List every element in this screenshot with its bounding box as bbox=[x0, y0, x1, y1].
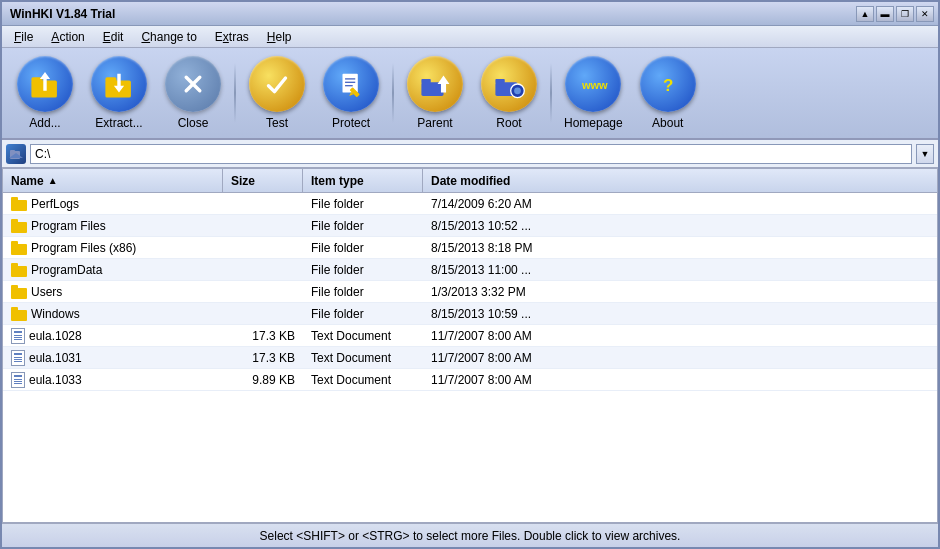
file-name: eula.1031 bbox=[29, 351, 82, 365]
file-type-cell: Text Document bbox=[303, 329, 423, 343]
file-header: Name ▲ Size Item type Date modified bbox=[3, 169, 937, 193]
col-name[interactable]: Name ▲ bbox=[3, 169, 223, 192]
svg-rect-18 bbox=[495, 79, 504, 83]
status-text: Select <SHIFT> or <STRG> to select more … bbox=[260, 529, 681, 543]
content-area: Name ▲ Size Item type Date modified Perf… bbox=[2, 168, 938, 523]
test-label: Test bbox=[266, 116, 288, 130]
file-type-cell: File folder bbox=[303, 219, 423, 233]
root-button[interactable]: Root bbox=[474, 54, 544, 132]
menu-bar: File Action Edit Change to Extras Help bbox=[2, 26, 938, 48]
table-row[interactable]: eula.10339.89 KBText Document11/7/2007 8… bbox=[3, 369, 937, 391]
restore-up-button[interactable]: ▲ bbox=[856, 6, 874, 22]
svg-text:?: ? bbox=[663, 76, 673, 95]
file-name: Program Files (x86) bbox=[31, 241, 136, 255]
folder-icon bbox=[11, 197, 27, 211]
document-icon bbox=[11, 328, 25, 344]
extract-label: Extract... bbox=[95, 116, 142, 130]
toolbar-separator-2 bbox=[392, 63, 394, 123]
menu-edit[interactable]: Edit bbox=[95, 28, 132, 46]
file-modified-cell: 8/15/2013 10:52 ... bbox=[423, 219, 937, 233]
menu-extras[interactable]: Extras bbox=[207, 28, 257, 46]
file-name-cell: eula.1028 bbox=[3, 328, 223, 344]
file-name: eula.1028 bbox=[29, 329, 82, 343]
file-name-cell: eula.1033 bbox=[3, 372, 223, 388]
svg-point-20 bbox=[514, 87, 521, 94]
file-name-cell: Program Files bbox=[3, 219, 223, 233]
file-type-cell: File folder bbox=[303, 307, 423, 321]
svg-rect-15 bbox=[421, 79, 430, 83]
menu-help[interactable]: Help bbox=[259, 28, 300, 46]
test-button[interactable]: Test bbox=[242, 54, 312, 132]
folder-icon bbox=[11, 219, 27, 233]
file-name: Program Files bbox=[31, 219, 106, 233]
file-type-cell: File folder bbox=[303, 263, 423, 277]
file-name-cell: PerfLogs bbox=[3, 197, 223, 211]
file-type-cell: File folder bbox=[303, 197, 423, 211]
menu-file[interactable]: File bbox=[6, 28, 41, 46]
file-name: Users bbox=[31, 285, 62, 299]
file-name: eula.1033 bbox=[29, 373, 82, 387]
file-size-cell: 17.3 KB bbox=[223, 351, 303, 365]
file-list[interactable]: PerfLogsFile folder7/14/2009 6:20 AMProg… bbox=[3, 193, 937, 522]
file-modified-cell: 11/7/2007 8:00 AM bbox=[423, 329, 937, 343]
toolbar-separator-1 bbox=[234, 63, 236, 123]
col-modified[interactable]: Date modified bbox=[423, 169, 937, 192]
table-row[interactable]: PerfLogsFile folder7/14/2009 6:20 AM bbox=[3, 193, 937, 215]
file-name-cell: Program Files (x86) bbox=[3, 241, 223, 255]
document-icon bbox=[11, 372, 25, 388]
file-type-cell: Text Document bbox=[303, 373, 423, 387]
file-type-cell: File folder bbox=[303, 285, 423, 299]
root-label: Root bbox=[496, 116, 521, 130]
file-name-cell: Users bbox=[3, 285, 223, 299]
file-modified-cell: 7/14/2009 6:20 AM bbox=[423, 197, 937, 211]
parent-label: Parent bbox=[417, 116, 452, 130]
file-size-cell: 9.89 KB bbox=[223, 373, 303, 387]
folder-icon bbox=[11, 285, 27, 299]
homepage-button[interactable]: www Homepage bbox=[558, 54, 629, 132]
table-row[interactable]: WindowsFile folder8/15/2013 10:59 ... bbox=[3, 303, 937, 325]
table-row[interactable]: Program Files (x86)File folder8/15/2013 … bbox=[3, 237, 937, 259]
file-name: Windows bbox=[31, 307, 80, 321]
file-container: Name ▲ Size Item type Date modified Perf… bbox=[2, 168, 938, 523]
table-row[interactable]: Program FilesFile folder8/15/2013 10:52 … bbox=[3, 215, 937, 237]
maximize-button[interactable]: ❐ bbox=[896, 6, 914, 22]
table-row[interactable]: UsersFile folder1/3/2013 3:32 PM bbox=[3, 281, 937, 303]
folder-icon bbox=[11, 307, 27, 321]
file-modified-cell: 8/15/2013 8:18 PM bbox=[423, 241, 937, 255]
table-row[interactable]: ProgramDataFile folder8/15/2013 11:00 ..… bbox=[3, 259, 937, 281]
col-type[interactable]: Item type bbox=[303, 169, 423, 192]
address-input[interactable] bbox=[30, 144, 912, 164]
protect-label: Protect bbox=[332, 116, 370, 130]
file-name: PerfLogs bbox=[31, 197, 79, 211]
svg-rect-4 bbox=[105, 77, 116, 82]
file-type-cell: Text Document bbox=[303, 351, 423, 365]
minimize-button[interactable]: ▬ bbox=[876, 6, 894, 22]
homepage-label: Homepage bbox=[564, 116, 623, 130]
close-archive-button[interactable]: Close bbox=[158, 54, 228, 132]
menu-action[interactable]: Action bbox=[43, 28, 92, 46]
title-buttons: ▲ ▬ ❐ ✕ bbox=[856, 6, 934, 22]
title-bar: WinHKI V1.84 Trial ▲ ▬ ❐ ✕ bbox=[2, 2, 938, 26]
about-button[interactable]: ? About bbox=[633, 54, 703, 132]
menu-changeto[interactable]: Change to bbox=[133, 28, 204, 46]
file-modified-cell: 11/7/2007 8:00 AM bbox=[423, 373, 937, 387]
col-size[interactable]: Size bbox=[223, 169, 303, 192]
table-row[interactable]: eula.102817.3 KBText Document11/7/2007 8… bbox=[3, 325, 937, 347]
about-label: About bbox=[652, 116, 683, 130]
address-dropdown[interactable]: ▼ bbox=[916, 144, 934, 164]
file-name-cell: eula.1031 bbox=[3, 350, 223, 366]
extract-button[interactable]: Extract... bbox=[84, 54, 154, 132]
protect-button[interactable]: Protect bbox=[316, 54, 386, 132]
main-window: WinHKI V1.84 Trial ▲ ▬ ❐ ✕ File Action E… bbox=[0, 0, 940, 549]
table-row[interactable]: eula.103117.3 KBText Document11/7/2007 8… bbox=[3, 347, 937, 369]
file-modified-cell: 1/3/2013 3:32 PM bbox=[423, 285, 937, 299]
parent-button[interactable]: Parent bbox=[400, 54, 470, 132]
svg-rect-14 bbox=[421, 82, 443, 96]
status-bar: Select <SHIFT> or <STRG> to select more … bbox=[2, 523, 938, 547]
file-name: ProgramData bbox=[31, 263, 102, 277]
folder-icon bbox=[11, 263, 27, 277]
add-button[interactable]: Add... bbox=[10, 54, 80, 132]
file-type-cell: File folder bbox=[303, 241, 423, 255]
file-name-cell: ProgramData bbox=[3, 263, 223, 277]
close-button[interactable]: ✕ bbox=[916, 6, 934, 22]
